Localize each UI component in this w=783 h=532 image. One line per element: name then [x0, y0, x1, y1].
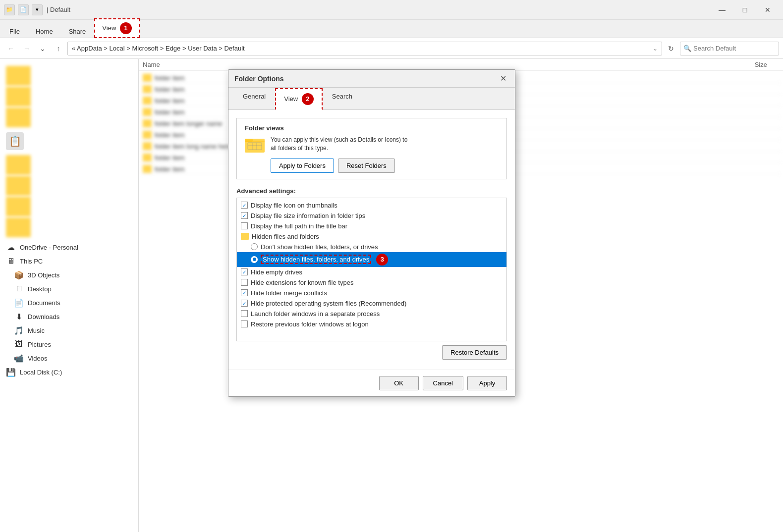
folder-icon-btn[interactable]: 📁: [4, 4, 15, 15]
sidebar-item-label: Downloads: [28, 313, 59, 320]
rb-dont-show-hidden[interactable]: [251, 243, 258, 250]
show-hidden-dashed-box: Show hidden files, folders, and drives: [261, 255, 371, 264]
sidebar-item-this-pc[interactable]: 🖥 This PC: [0, 254, 138, 268]
folder-icon-large: [245, 136, 265, 154]
close-btn[interactable]: ✕: [756, 0, 779, 20]
col-size: Size: [755, 61, 767, 68]
sidebar-item-label: Pictures: [28, 341, 51, 348]
settings-list-wrapper[interactable]: Display file icon on thumbnails Display …: [236, 198, 507, 341]
setting-category-hidden-files: Hidden files and folders: [237, 231, 506, 242]
folder-views-right: You can apply this view (such as Details…: [271, 136, 407, 173]
setting-hide-empty-drives[interactable]: Hide empty drives: [237, 267, 506, 277]
tab-file[interactable]: File: [2, 24, 27, 38]
sidebar-item-label: OneDrive - Personal: [20, 244, 78, 251]
label-hide-merge-conflicts: Hide folder merge conflicts: [251, 289, 327, 297]
forward-btn[interactable]: →: [20, 42, 34, 55]
address-bar: ← → ⌄ ↑ « AppData > Local > Microsoft > …: [0, 38, 783, 59]
disk-icon: 💾: [6, 367, 16, 377]
tab-home[interactable]: Home: [28, 24, 60, 38]
tab-share[interactable]: Share: [61, 24, 94, 38]
cb-display-file-size[interactable]: [241, 212, 248, 219]
ok-btn[interactable]: OK: [379, 376, 419, 390]
ribbon: File Home Share View 1: [0, 20, 783, 38]
sidebar-item-label: Documents: [28, 299, 60, 307]
dialog-tab-view[interactable]: View 2: [275, 88, 323, 110]
setting-show-hidden[interactable]: Show hidden files, folders, and drives 3: [237, 252, 506, 267]
sidebar-item-downloads[interactable]: ⬇ Downloads: [0, 310, 138, 323]
sidebar-item-onedrive[interactable]: ☁ OneDrive - Personal: [0, 240, 138, 254]
restore-defaults-btn[interactable]: Restore Defaults: [442, 345, 507, 360]
reset-folders-btn[interactable]: Reset Folders: [338, 159, 395, 173]
address-path[interactable]: « AppData > Local > Microsoft > Edge > U…: [67, 42, 662, 55]
cb-hide-empty-drives[interactable]: [241, 268, 248, 275]
sidebar-item-videos[interactable]: 📹 Videos: [0, 351, 138, 365]
tab-view[interactable]: View 1: [94, 18, 140, 38]
path-text: « AppData > Local > Microsoft > Edge > U…: [72, 45, 245, 52]
window-title: | Default: [47, 6, 70, 13]
minimize-btn[interactable]: —: [711, 0, 733, 20]
sidebar-item-documents[interactable]: 📄 Documents: [0, 296, 138, 310]
dialog-body: Folder views You can apply this view (su…: [228, 110, 515, 370]
setting-display-file-size[interactable]: Display file size information in folder …: [237, 211, 506, 221]
sidebar-item-label: Desktop: [28, 285, 52, 293]
folder-views-title: Folder views: [245, 124, 499, 132]
setting-hide-merge-conflicts[interactable]: Hide folder merge conflicts: [237, 288, 506, 298]
setting-display-full-path[interactable]: Display the full path in the title bar: [237, 221, 506, 231]
sidebar-item-local-disk-c[interactable]: 💾 Local Disk (C:): [0, 365, 138, 379]
dialog-tab-general[interactable]: General: [234, 88, 274, 110]
setting-dont-show-hidden[interactable]: Don't show hidden files, folders, or dri…: [237, 242, 506, 252]
rb-show-hidden[interactable]: [251, 256, 258, 263]
maximize-btn[interactable]: □: [733, 0, 756, 20]
svg-rect-2: [245, 141, 265, 142]
window-controls: — □ ✕: [711, 0, 779, 20]
3d-objects-icon: 📦: [14, 270, 24, 280]
cb-hide-protected-os-files[interactable]: [241, 300, 248, 307]
documents-icon: 📄: [14, 298, 24, 308]
cb-display-full-path[interactable]: [241, 222, 248, 229]
sidebar-item-pictures[interactable]: 🖼 Pictures: [0, 337, 138, 351]
dialog-close-btn[interactable]: ✕: [497, 73, 509, 85]
setting-restore-previous-folder[interactable]: Restore previous folder windows at logon: [237, 319, 506, 329]
folder-views-buttons: Apply to Folders Reset Folders: [271, 159, 407, 173]
search-input[interactable]: [693, 45, 776, 52]
refresh-btn[interactable]: ↻: [664, 42, 678, 55]
label-display-file-size: Display file size information in folder …: [251, 212, 365, 219]
videos-icon: 📹: [14, 353, 24, 363]
folder-views-content: You can apply this view (such as Details…: [245, 136, 499, 173]
label-restore-previous-folder: Restore previous folder windows at logon: [251, 320, 369, 328]
cb-display-file-icon[interactable]: [241, 202, 248, 209]
step2-badge: 2: [302, 93, 314, 105]
dropdown-icon-btn[interactable]: ▾: [32, 4, 43, 15]
label-hidden-files-category: Hidden files and folders: [252, 233, 319, 240]
dialog-footer: OK Cancel Apply: [228, 370, 515, 396]
category-folder-icon: [241, 233, 249, 240]
dialog-tab-bar: General View 2 Search: [228, 88, 515, 110]
setting-hide-protected-os-files[interactable]: Hide protected operating system files (R…: [237, 298, 506, 309]
cb-hide-extensions[interactable]: [241, 279, 248, 286]
cancel-btn[interactable]: Cancel: [423, 376, 463, 390]
cb-restore-previous-folder[interactable]: [241, 320, 248, 327]
dialog-title-bar: Folder Options ✕: [228, 70, 515, 88]
cb-hide-merge-conflicts[interactable]: [241, 289, 248, 296]
sidebar-item-desktop[interactable]: 🖥 Desktop: [0, 282, 138, 296]
downloads-icon: ⬇: [14, 312, 24, 321]
search-box[interactable]: 🔍: [680, 42, 779, 55]
back-btn[interactable]: ←: [4, 42, 18, 55]
label-hide-extensions: Hide extensions for known file types: [251, 279, 353, 286]
up-btn[interactable]: ↑: [52, 42, 65, 55]
document-icon-btn[interactable]: 📄: [18, 4, 29, 15]
cb-launch-folder-windows[interactable]: [241, 310, 248, 317]
setting-hide-extensions[interactable]: Hide extensions for known file types: [237, 277, 506, 288]
sidebar-item-music[interactable]: 🎵 Music: [0, 323, 138, 337]
label-hide-protected-os-files: Hide protected operating system files (R…: [251, 300, 406, 307]
apply-btn[interactable]: Apply: [467, 376, 507, 390]
dialog-tab-search[interactable]: Search: [324, 88, 361, 110]
dropdown-nav-btn[interactable]: ⌄: [36, 42, 50, 55]
apply-to-folders-btn[interactable]: Apply to Folders: [271, 159, 334, 173]
sidebar: 📋 ☁ OneDrive - Personal 🖥 This PC 📦 3D O…: [0, 59, 139, 532]
music-icon: 🎵: [14, 325, 24, 335]
sidebar-item-3d-objects[interactable]: 📦 3D Objects: [0, 268, 138, 282]
setting-display-file-icon[interactable]: Display file icon on thumbnails: [237, 200, 506, 211]
pictures-icon: 🖼: [14, 339, 24, 349]
setting-launch-folder-windows[interactable]: Launch folder windows in a separate proc…: [237, 309, 506, 319]
